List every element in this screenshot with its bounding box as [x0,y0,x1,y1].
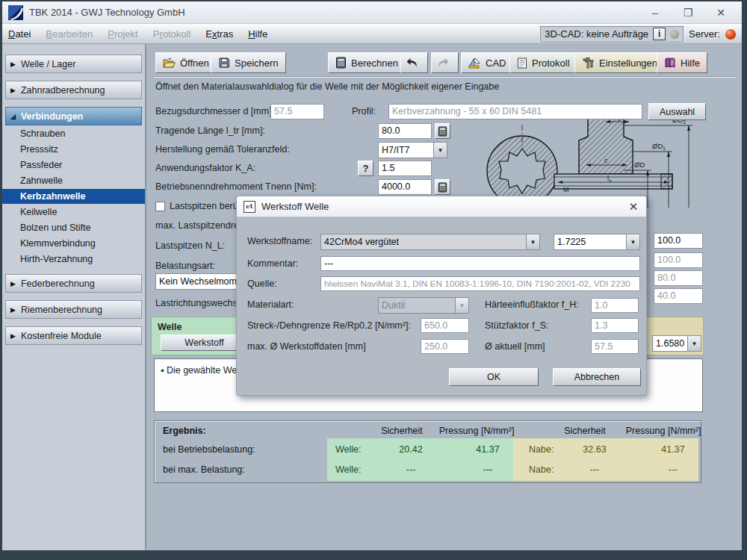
dialog-close-button[interactable]: ✕ [627,200,640,214]
length-label: Tragende Länge l_tr [mm]: [155,123,265,139]
calculator-icon [438,182,447,193]
sidebar-item-klemmverbindung[interactable]: Klemmverbindung [2,236,145,251]
menu-bar: Datei Bearbeiten Projekt Protokoll Extra… [2,24,742,44]
results-row2-nabe-pressure: --- [669,464,678,475]
close-button[interactable]: ✕ [704,1,737,24]
redo-arrow-icon [436,57,450,68]
chevron-down-icon: ▼ [526,234,539,249]
ref-diameter-field: 57.5 [270,104,324,119]
dialog-title: Werkstoff Welle [261,201,329,212]
app-factor-label: Anwendungsfaktor K_A: [155,161,255,176]
load-peaks-label: Lastspitzen berüc [170,199,243,214]
results-row2-welle-label: Welle: [335,464,362,475]
cancel-button[interactable]: Abbrechen [553,368,641,386]
calculate-button[interactable]: Berechnen [328,52,406,73]
material-name-label: Werkstoffname: [247,234,312,249]
application-window: TBK 2014 - GWJ Technology GmbH – ❒ ✕ Dat… [0,0,747,560]
chevron-right-icon: ▶ [10,87,16,94]
right-field-2: 100.0 [654,252,703,268]
help-button[interactable]: ? Hilfe [657,52,707,73]
app-factor-help-button[interactable]: ? [358,161,374,176]
open-button[interactable]: Öffnen [155,52,217,73]
sidebar-item-kerbzahnwelle[interactable]: Kerbzahnwelle [2,189,145,204]
protocol-button[interactable]: Protokoll [509,52,577,73]
comment-field[interactable]: --- [320,256,640,271]
svg-text:c: c [604,157,608,164]
sidebar-item-bolzen-und-stifte[interactable]: Bolzen und Stifte [2,220,145,235]
undo-arrow-icon [406,57,419,68]
svg-text:?: ? [670,60,674,66]
ref-diameter-label: Bezugsdurchmesser d [mm]: [155,104,274,119]
redo-button[interactable] [431,52,459,73]
right-field-4: 40.0 [654,288,703,304]
werkstoff-button[interactable]: Werkstoff [161,335,248,351]
torque-calc-button[interactable] [435,179,450,195]
sidebar-item-hirth-verzahnung[interactable]: Hirth-Verzahnung [2,252,145,267]
chevron-right-icon: ▶ [10,306,16,314]
calculator-icon [335,57,347,69]
menu-hilfe[interactable]: Hilfe [248,28,267,40]
sidebar-item-keilwelle[interactable]: Keilwelle [2,205,145,220]
hardness-factor-field: 1.0 [591,298,639,313]
length-calc-button[interactable] [435,123,450,139]
sidebar-section-welle-lager[interactable]: ▶ Welle / Lager [5,55,142,73]
sidebar-item-passfeder[interactable]: Passfeder [2,158,145,172]
chevron-down-icon: ◢ [10,113,16,120]
cad-drafting-icon [468,57,481,69]
info-button[interactable]: i [653,28,666,40]
settings-tools-icon [582,57,595,69]
sidebar-section-federberechnung[interactable]: ▶ Federberechnung [5,274,142,293]
load-peaks-checkbox[interactable] [155,202,165,211]
toolbar-separator [154,76,736,78]
results-col-pressure-nabe: Pressung [N/mm²] [626,426,701,436]
ok-button[interactable]: OK [449,368,539,386]
cad-status-indicator-icon [670,30,679,39]
save-button[interactable]: Speichern [211,52,286,73]
minimize-button[interactable]: – [639,1,672,24]
hardness-factor-label: Härteeinflußfaktor f_H: [485,297,579,313]
settings-button[interactable]: Einstellungen [574,52,665,73]
torque-label: Betriebsnenndrehmoment Tnenn [Nm]: [155,179,317,195]
results-row1-nabe-pressure: 41.37 [661,444,684,455]
status-hint-text: Öffnet den Materialauswahldialog für die… [155,81,499,92]
menu-datei[interactable]: Datei [8,28,31,40]
sidebar-section-zahnradberechnung[interactable]: ▶ Zahnradberechnung [5,81,142,99]
profile-select-button[interactable]: Auswahl [648,103,706,120]
svg-text:ØD: ØD [634,161,645,169]
sidebar-section-riemenberechnung[interactable]: ▶ Riemenberechnung [5,300,142,319]
tolerance-combo[interactable]: H7/IT7 ▼ [378,142,447,158]
results-col-safety-nabe: Sicherheit [564,426,606,436]
right-field-3: 80.0 [654,270,703,286]
help-book-icon: ? [664,57,676,69]
maximize-button[interactable]: ❒ [672,1,704,24]
dialog-app-icon: eA [244,201,255,213]
sidebar-section-verbindungen[interactable]: ◢ Verbindungen [5,107,142,125]
results-row2-label: bei max. Belastung: [163,464,245,475]
open-folder-icon [163,57,176,69]
nabe-material-number-combo[interactable]: 1.6580 ▼ [652,335,701,352]
torque-field[interactable]: 4000.0 [378,179,432,195]
sidebar-item-schrauben[interactable]: Schrauben [2,126,145,141]
sidebar-section-kostenfreie-module[interactable]: ▶ Kostenfreie Module [5,326,142,345]
werkstoff-welle-dialog: eA Werkstoff Welle ✕ Werkstoffname: 42Cr… [236,196,647,396]
length-field[interactable]: 80.0 [378,123,432,139]
yield-strength-field: 650.0 [421,318,469,333]
menu-extras[interactable]: Extras [205,28,233,40]
current-diameter-label: Ø aktuell [mm] [485,339,545,355]
results-col-safety-welle: Sicherheit [381,426,423,436]
cad-button[interactable]: CAD [461,52,513,73]
chevron-down-icon: ▼ [687,336,701,351]
menu-protokoll: Protokoll [153,28,191,40]
results-row2-welle-pressure: --- [483,464,493,475]
undo-button[interactable] [400,52,428,73]
sidebar-item-presssitz[interactable]: Presssitz [2,142,145,157]
sidebar-item-zahnwelle[interactable]: Zahnwelle [2,173,145,188]
right-field-1[interactable]: 100.0 [654,233,703,249]
app-logo-icon [8,5,23,20]
material-name-combo[interactable]: 42CrMo4 vergütet ▼ [320,234,540,250]
material-number-combo[interactable]: 1.7225 ▼ [554,234,640,250]
results-row1-nabe-safety: 32.63 [583,444,606,455]
menu-projekt: Projekt [108,28,137,40]
comment-label: Kommentar: [247,256,298,272]
app-factor-field[interactable]: 1.5 [378,161,432,176]
